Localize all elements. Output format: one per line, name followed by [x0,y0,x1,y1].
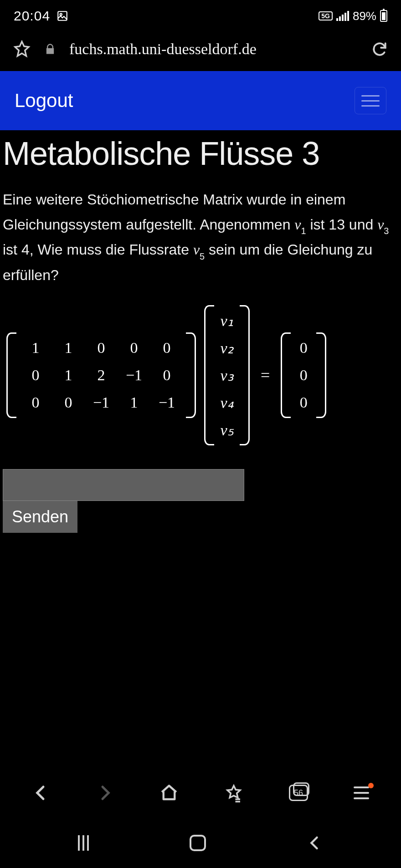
vector-v: v₁ v₂ v₃ v₄ v₅ [204,305,250,445]
network-type-icon: 5G [319,11,333,20]
status-time: 20:04 [14,8,50,24]
tab-switcher-button[interactable]: 56 [289,785,308,801]
bookmarks-star-icon[interactable] [224,783,243,802]
status-bar: 20:04 5G 89% [0,0,401,32]
back-icon[interactable] [32,784,50,802]
submit-button[interactable]: Senden [3,501,77,533]
vector-zero: 0 0 0 [281,332,326,418]
recents-button[interactable] [78,835,89,851]
answer-input[interactable] [3,469,244,501]
svg-point-1 [60,14,62,15]
home-icon[interactable] [159,783,179,802]
svg-rect-0 [58,11,67,20]
browser-bottom-nav: 56 [0,768,401,818]
browser-address-bar: fuchs.math.uni-duesseldorf.de [0,32,401,71]
logout-link[interactable]: Logout [15,90,73,112]
bookmark-star-icon[interactable] [13,40,31,58]
forward-icon[interactable] [96,784,114,802]
browser-menu-icon[interactable] [354,786,369,799]
equals-sign: = [258,366,272,385]
screenshot-icon [57,10,68,22]
url-text[interactable]: fuchs.math.uni-duesseldorf.de [69,41,358,58]
battery-percent: 89% [353,9,376,23]
battery-icon [380,10,387,22]
matrix-equation: 11000 012−10 00−11−1 v₁ v₂ v₃ v₄ v₅ = 0 [3,305,398,445]
page-title: Metabolische Flüsse 3 [3,135,398,173]
system-back-button[interactable] [307,835,323,851]
page-content: Metabolische Flüsse 3 Eine weitere Stöch… [0,130,401,533]
lock-icon [44,43,57,56]
question-text: Eine weitere Stöchiometrische Matrix wur… [3,187,398,288]
matrix-A: 11000 012−10 00−11−1 [6,332,196,418]
system-nav-bar [0,818,401,868]
signal-icon [336,11,349,21]
hamburger-menu-icon[interactable] [355,87,386,114]
app-header: Logout [0,71,401,130]
reload-icon[interactable] [371,41,388,58]
home-button[interactable] [190,835,206,851]
